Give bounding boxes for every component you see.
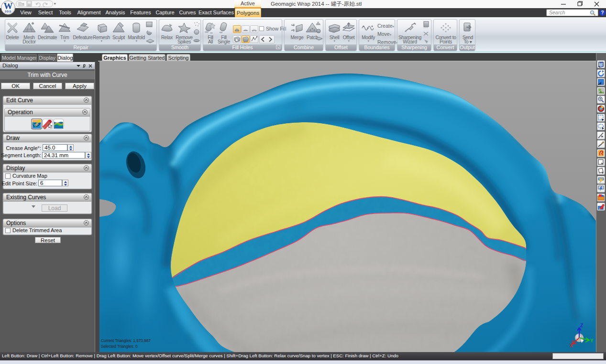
svg-text:Current Triangles: 1,573,987: Current Triangles: 1,573,987 <box>101 339 151 343</box>
svg-text:Z: Z <box>580 323 583 328</box>
svg-text:X: X <box>570 343 573 348</box>
svg-text:Y: Y <box>590 338 594 343</box>
svg-text:Selected Triangles: 0: Selected Triangles: 0 <box>101 344 138 349</box>
